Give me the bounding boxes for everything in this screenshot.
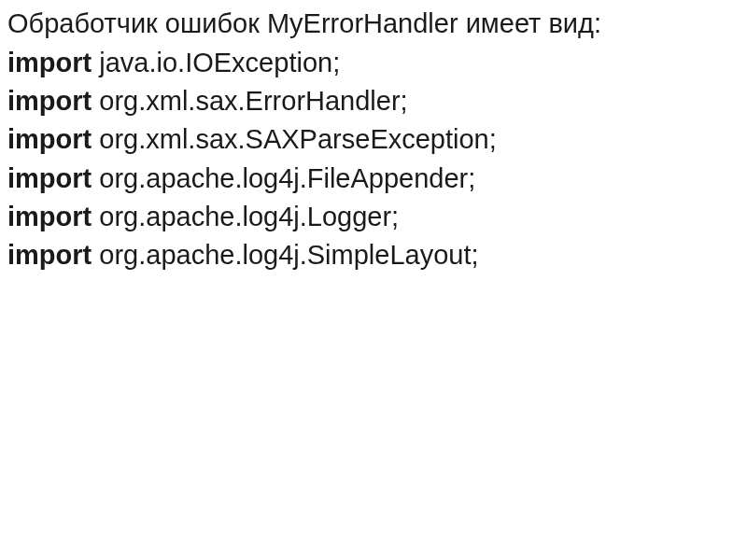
keyword-import: import [7,240,92,270]
code-line: import java.io.IOException; [7,44,740,82]
keyword-import: import [7,163,92,193]
keyword-import: import [7,86,92,116]
keyword-import: import [7,124,92,154]
import-target: org.xml.sax.SAXParseException; [92,124,497,154]
code-line: import org.xml.sax.ErrorHandler; [7,82,740,120]
code-line: import org.apache.log4j.FileAppender; [7,160,740,198]
import-target: org.apache.log4j.Logger; [92,202,399,231]
document-page: Обработчик ошибок MyErrorHandler имеет в… [0,0,747,274]
keyword-import: import [7,202,92,231]
import-target: java.io.IOException; [92,48,340,77]
heading-text: Обработчик ошибок MyErrorHandler имеет в… [7,6,740,42]
import-target: org.xml.sax.ErrorHandler; [92,86,407,116]
import-target: org.apache.log4j.SimpleLayout; [92,240,478,270]
code-line: import org.apache.log4j.Logger; [7,198,740,236]
code-line: import org.xml.sax.SAXParseException; [7,120,740,159]
import-target: org.apache.log4j.FileAppender; [92,163,475,193]
code-line: import org.apache.log4j.SimpleLayout; [7,236,740,274]
keyword-import: import [7,48,92,77]
